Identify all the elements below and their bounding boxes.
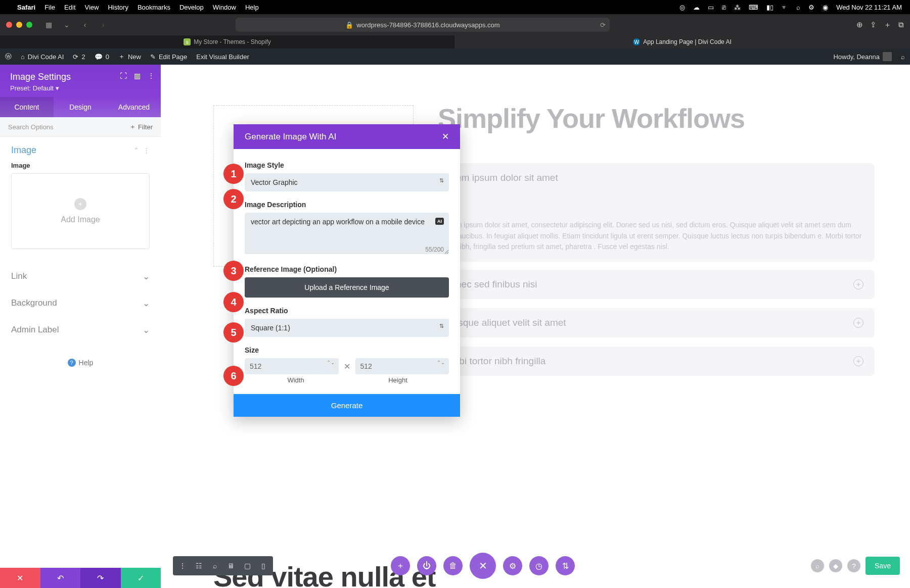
wp-updates[interactable]: ⟳ 2 [73, 53, 85, 61]
menu-file[interactable]: File [44, 4, 55, 11]
wp-logo-icon[interactable]: ⓦ [5, 52, 12, 61]
section-more-icon[interactable]: ⋮ [143, 146, 150, 154]
help-link[interactable]: ?Help [0, 344, 161, 382]
modal-close-icon[interactable]: ✕ [442, 131, 449, 142]
help-button[interactable]: ? [847, 559, 860, 572]
redo-button[interactable]: ↷ [80, 568, 121, 588]
section-image-toggle[interactable]: Image ⌃ ⋮ [11, 145, 150, 156]
status-search-icon[interactable]: ⌕ [796, 4, 800, 11]
wp-new[interactable]: ＋ New [118, 52, 141, 61]
zoom-icon[interactable]: ⌕ [207, 558, 222, 573]
status-folder-icon[interactable]: ▭ [708, 4, 714, 11]
height-input[interactable]: 512 [355, 358, 449, 374]
expand-icon[interactable]: ⛶ [120, 72, 127, 80]
toolbox-more-icon[interactable]: ⋮ [175, 558, 190, 573]
generate-button[interactable]: Generate [234, 394, 460, 417]
accordion-item-3[interactable]: isque aliquet velit sit amet ＋ [445, 308, 875, 337]
status-screen-icon[interactable]: ⎚ [722, 4, 726, 11]
new-tab-icon[interactable]: ＋ [884, 20, 891, 30]
tab-content[interactable]: Content [0, 97, 54, 117]
wp-search-icon[interactable]: ⌕ [901, 53, 905, 61]
find-button[interactable]: ⌕ [811, 559, 824, 572]
add-icon: ＋ [74, 198, 86, 210]
reload-icon[interactable]: ⟳ [600, 21, 606, 29]
image-style-select[interactable]: Vector Graphic [245, 173, 449, 191]
tab-design[interactable]: Design [54, 97, 107, 117]
image-description-textarea[interactable] [245, 213, 449, 254]
accordion-item-1[interactable]: em ipsum dolor sit amet m ipsum dolor si… [445, 163, 875, 262]
chevron-up-icon: ⌃ [133, 146, 139, 154]
swap-button[interactable]: ⇅ [556, 556, 575, 575]
chevron-down-icon: ⌄ [143, 298, 150, 309]
add-image-well[interactable]: ＋ Add Image [11, 173, 150, 249]
confirm-button[interactable]: ✓ [121, 568, 161, 588]
menu-view[interactable]: View [85, 4, 99, 11]
status-siri-icon[interactable]: ◉ [823, 4, 828, 11]
desktop-icon[interactable]: 🖥 [223, 558, 239, 573]
ai-badge[interactable]: AI [435, 218, 444, 225]
settings-button[interactable]: ⚙ [503, 556, 522, 575]
status-cloud-icon[interactable]: ☁ [693, 4, 700, 11]
close-window-button[interactable] [6, 22, 12, 28]
layers-button[interactable]: ◆ [829, 559, 842, 572]
accordion-link[interactable]: Link⌄ [0, 263, 161, 290]
browser-tab-wordpress[interactable]: W App Landing Page | Divi Code AI [455, 35, 910, 48]
app-name[interactable]: Safari [17, 4, 35, 11]
address-bar[interactable]: 🔒 wordpress-784896-3788616.cloudwaysapps… [236, 18, 610, 32]
tablet-icon[interactable]: ▢ [240, 558, 255, 573]
annotation-3: 3 [223, 261, 244, 281]
power-button[interactable]: ⏻ [417, 556, 436, 575]
status-wifi-icon[interactable]: ᯤ [782, 4, 788, 11]
status-keyboard-icon[interactable]: ⌨ [749, 4, 758, 11]
wireframe-icon[interactable]: ☷ [191, 558, 206, 573]
wp-site-link[interactable]: ⌂ Divi Code AI [21, 53, 64, 61]
sidebar-toggle-icon[interactable]: ▦ [41, 19, 56, 31]
discard-button[interactable]: ✕ [0, 568, 40, 588]
status-battery-icon[interactable]: ▮▯ [766, 4, 774, 11]
menu-history[interactable]: History [108, 4, 128, 11]
accordion-admin-label[interactable]: Admin Label⌄ [0, 317, 161, 344]
width-input[interactable]: 512 [245, 358, 339, 374]
more-icon[interactable]: ⋮ [148, 72, 155, 80]
delete-button[interactable]: 🗑 [443, 556, 463, 575]
clock[interactable]: Wed Nov 22 11:21 AM [836, 4, 902, 11]
undo-button[interactable]: ↶ [40, 568, 81, 588]
tab-advanced[interactable]: Advanced [107, 97, 161, 117]
close-builder-button[interactable]: ✕ [470, 553, 496, 579]
menu-bookmarks[interactable]: Bookmarks [138, 4, 170, 11]
save-button[interactable]: Save [866, 557, 900, 575]
status-control-icon[interactable]: ⚙ [808, 4, 814, 11]
wp-exit-builder[interactable]: Exit Visual Builder [196, 53, 249, 61]
aspect-ratio-select[interactable]: Square (1:1) [245, 319, 449, 337]
menu-help[interactable]: Help [245, 4, 259, 11]
wp-comments[interactable]: 💬 0 [95, 53, 109, 61]
accordion-item-2[interactable]: nec sed finibus nisi ＋ [445, 270, 875, 299]
history-button[interactable]: ◷ [529, 556, 549, 575]
accordion-item-4[interactable]: rbi tortor nibh fringilla ＋ [445, 347, 875, 376]
menu-edit[interactable]: Edit [64, 4, 75, 11]
download-icon[interactable]: ⊕ [856, 20, 863, 30]
menu-develop[interactable]: Develop [179, 4, 204, 11]
status-record-icon[interactable]: ◎ [679, 4, 685, 11]
back-button[interactable]: ‹ [78, 19, 92, 31]
wp-howdy[interactable]: Howdy, Deanna [833, 52, 892, 61]
aspect-ratio-label: Aspect Ratio [245, 307, 449, 315]
browser-tab-shopify[interactable]: s My Store - Themes - Shopify [0, 35, 455, 48]
maximize-window-button[interactable] [26, 22, 32, 28]
dock-icon[interactable]: ▥ [134, 72, 141, 80]
upload-reference-button[interactable]: Upload a Reference Image [245, 277, 449, 298]
tab-group-chevron-icon[interactable]: ⌄ [60, 19, 74, 31]
menu-window[interactable]: Window [213, 4, 236, 11]
minimize-window-button[interactable] [16, 22, 22, 28]
preset-dropdown[interactable]: Preset: Default ▾ [10, 84, 151, 92]
search-input[interactable]: Search Options [8, 123, 54, 131]
wp-edit-page[interactable]: ✎ Edit Page [150, 53, 187, 61]
tabs-overview-icon[interactable]: ⧉ [898, 20, 904, 30]
add-button[interactable]: ＋ [391, 556, 410, 575]
accordion-background[interactable]: Background⌄ [0, 290, 161, 317]
filter-button[interactable]: ＋ Filter [129, 122, 153, 131]
phone-icon[interactable]: ▯ [256, 558, 271, 573]
share-icon[interactable]: ⇪ [870, 20, 877, 30]
forward-button[interactable]: › [96, 19, 110, 31]
status-bluetooth-icon[interactable]: ⁂ [734, 4, 741, 11]
